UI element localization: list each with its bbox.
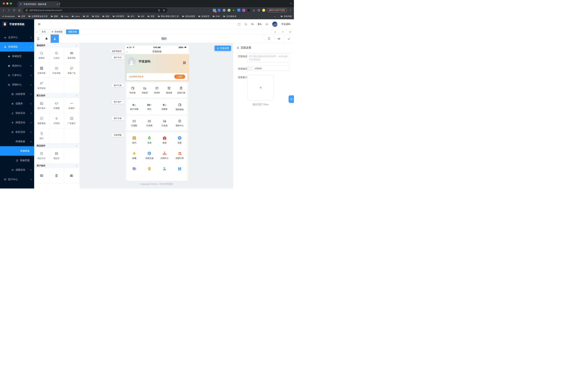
palette-item-广告魔方[interactable]: 广告魔方 <box>64 113 79 128</box>
share-icon[interactable] <box>158 9 160 12</box>
browser-menu-icon[interactable]: ⋮ <box>289 9 292 12</box>
save-button[interactable] <box>284 35 294 43</box>
sidebar-item-14[interactable]: 优惠活动∨ <box>0 165 34 175</box>
downloads-icon[interactable] <box>252 9 255 12</box>
page-desc-input[interactable] <box>247 54 289 62</box>
bookmark-item[interactable]: Linux <box>71 15 80 18</box>
palette-section-header[interactable]: 图文组件∨ <box>34 93 80 98</box>
nav-tab-0[interactable]: 首页 <box>39 29 48 34</box>
qr-code-icon[interactable] <box>183 61 186 65</box>
extension-icon[interactable] <box>242 9 245 12</box>
profile-avatar[interactable] <box>262 9 265 12</box>
palette-item-搜索框[interactable]: 搜索框 <box>34 48 49 63</box>
extension-icon[interactable] <box>218 9 221 12</box>
order-entry-待付款[interactable]: 待付款 <box>127 82 139 98</box>
user-assets-widget[interactable]: 0元账户余额10个积分0张优惠券我的钱包 <box>127 99 187 115</box>
sidebar-item-1[interactable]: 商城系统∧ <box>0 42 34 52</box>
refresh-tab-icon[interactable] <box>279 29 286 34</box>
sidebar-item-5[interactable]: 营销中心∧ <box>0 80 34 89</box>
phone-preview[interactable]: Z+ 9:41 AM 100% ‹ 页面标题 芋道源码 <box>125 46 189 180</box>
app-logo[interactable]: 芋道管理系统 <box>0 19 34 29</box>
collapse-menu-icon[interactable] <box>38 23 41 26</box>
palette-item-弹窗广告[interactable]: 弹窗广告 <box>64 63 79 78</box>
home-page-button[interactable] <box>42 35 51 43</box>
device-phone-button[interactable] <box>34 35 42 43</box>
tabs-scroll-right-icon[interactable]: » <box>271 29 279 34</box>
sidebar-item-15[interactable]: 统计中心∨ <box>0 175 34 184</box>
user-order-widget[interactable]: 待付款待收货待评价售后单全部订单 <box>127 82 187 98</box>
grid-nav-widget[interactable]: 签到充值提现设置收藏浏览足迹分销中心拼团订单 <box>127 132 187 181</box>
all-bookmarks[interactable]: 所有书签 <box>280 15 292 18</box>
sidebar-item-9[interactable]: 拼团活动∨ <box>0 118 34 127</box>
bookmark-star-icon[interactable] <box>163 9 165 12</box>
language-icon[interactable]: 文A <box>258 23 262 26</box>
update-button[interactable]: 重新启动即可更新 <box>267 8 287 12</box>
grid-entry-提现[interactable]: 提现 <box>157 134 172 149</box>
palette-item-图片展示[interactable]: 图片展示 <box>34 98 49 113</box>
extension-icon[interactable] <box>247 9 250 12</box>
palette-section-header[interactable]: 商品组件∨ <box>34 143 80 148</box>
preview-button[interactable] <box>274 35 284 43</box>
bookmarks-root[interactable]: ★ Bookmarks <box>2 15 15 18</box>
palette-item-商品卡片[interactable]: 商品卡片 <box>34 148 49 163</box>
tab-strip-chevron-icon[interactable]: ∨ <box>290 2 291 5</box>
grid-entry-分销中心[interactable]: 分销中心 <box>157 149 172 165</box>
bind-phone-button[interactable]: 去绑定 <box>174 74 185 79</box>
settings-toggle-button[interactable] <box>289 95 294 103</box>
component-tag-用户卡券[interactable]: 用户卡券 <box>112 117 123 120</box>
bookmarks-overflow-icon[interactable]: » <box>274 15 275 17</box>
address-bar[interactable]: 127.0.0.1/diy/template/decorate/5 <box>23 8 167 13</box>
component-tag-宫格导航[interactable]: 宫格导航 <box>112 133 123 137</box>
palette-item-列表导航[interactable]: 列表导航 <box>49 63 64 78</box>
sidebar-item-4[interactable]: 订单中心∨ <box>0 71 34 80</box>
asset-entry-积分[interactable]: 10个积分 <box>142 99 157 115</box>
component-tag-用户卡片[interactable]: 用户卡片 <box>112 56 123 59</box>
palette-item-轮播图[interactable]: 轮播图 <box>49 98 64 113</box>
sidebar-item-2[interactable]: 商城首页 <box>0 52 34 61</box>
close-window-button[interactable] <box>3 2 5 5</box>
grid-entry-收藏[interactable]: 收藏 <box>127 149 142 165</box>
nav-tab-2[interactable]: 模板装修 <box>66 29 79 34</box>
sidebar-item-8[interactable]: 秒杀活动∨ <box>0 108 34 118</box>
reading-list-icon[interactable] <box>257 9 260 12</box>
palette-section-header[interactable]: 用户组件∨ <box>34 163 80 168</box>
bookmark-item[interactable]: 前端 <box>92 15 99 18</box>
user-coupon-widget[interactable]: 已领取已使用已失效领券中心 <box>127 116 187 130</box>
bookmark-item[interactable]: 软件/硬件 <box>112 15 124 18</box>
window-controls[interactable] <box>3 2 12 5</box>
grid-entry-签到[interactable]: 签到 <box>127 134 142 149</box>
bookmark-item[interactable]: 运营 <box>18 15 25 18</box>
sidebar-item-0[interactable]: 会员中心∨ <box>0 33 34 42</box>
order-entry-待收货[interactable]: 待收货 <box>139 82 151 98</box>
nav-tab-1[interactable]: 装修模板 <box>49 29 65 34</box>
order-entry-售后单[interactable]: 售后单 <box>163 82 175 98</box>
coupon-entry-已领取[interactable]: 已领取 <box>127 116 142 130</box>
bookmark-item[interactable]: Java <box>61 15 68 18</box>
coupon-entry-领券中心[interactable]: 领券中心 <box>172 116 188 130</box>
coupon-entry-已使用[interactable]: 已使用 <box>142 116 157 130</box>
sidebar-item-11[interactable]: 商城装修∧ <box>0 137 34 146</box>
fullscreen-icon[interactable] <box>237 23 241 26</box>
sidebar-item-3[interactable]: P商品中心∨ <box>0 61 34 71</box>
palette-section-header[interactable]: 基础组件∨ <box>34 43 80 48</box>
extension-icon[interactable]: ✶ <box>233 9 235 12</box>
asset-entry-账户余额[interactable]: 0元账户余额 <box>127 99 142 115</box>
bookmark-item[interactable]: 项目 <box>147 15 155 18</box>
palette-item-c-walletf[interactable] <box>64 168 79 183</box>
reload-icon[interactable] <box>13 9 16 12</box>
font-size-icon[interactable]: Tᴛ <box>251 23 254 26</box>
grid-entry-设置[interactable]: 设置 <box>172 134 188 149</box>
sidebar-item-6[interactable]: 内容管理∨ <box>0 89 34 99</box>
forward-icon[interactable] <box>7 9 10 12</box>
close-tab-icon[interactable]: ✕ <box>56 3 58 6</box>
sidebar-item-10[interactable]: 砍价活动∨ <box>0 127 34 137</box>
username[interactable]: 芋道源码 <box>281 23 290 26</box>
grid-entry-浏览足迹[interactable]: 浏览足迹 <box>142 149 157 165</box>
browser-home-icon[interactable] <box>18 9 21 12</box>
extension-icon[interactable] <box>237 9 240 12</box>
component-tag-用户资产[interactable]: 用户资产 <box>112 100 123 104</box>
bind-phone-bar[interactable]: 点击绑定手机号 去绑定 <box>127 73 187 80</box>
palette-item-c-usercardf[interactable] <box>34 168 49 183</box>
bookmark-item[interactable]: 网站/博客/文章/工具 <box>158 15 179 18</box>
palette-item-标题栏[interactable]: 标题栏 <box>64 98 79 113</box>
